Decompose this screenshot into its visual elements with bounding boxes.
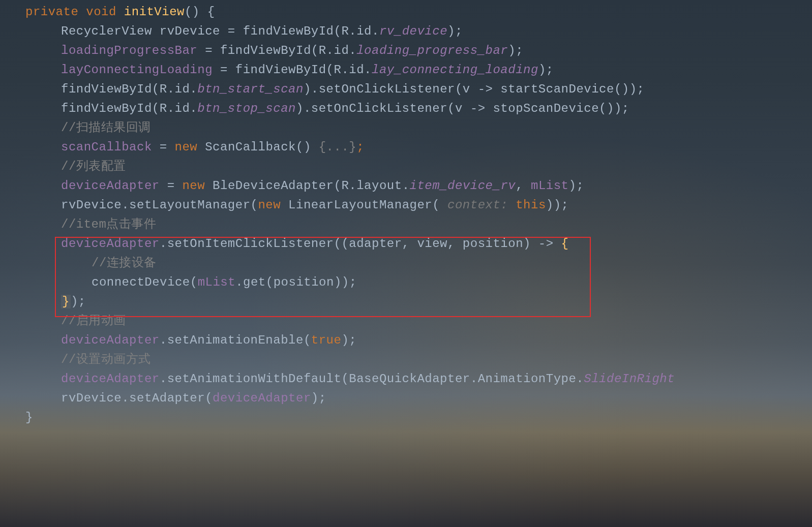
code-line: connectDevice(mList.get(position)); xyxy=(0,273,812,292)
code-line: deviceAdapter.setOnItemClickListener((ad… xyxy=(0,234,812,254)
code-line: layConnectingLoading = findViewById(R.id… xyxy=(0,60,812,80)
code-line: //列表配置 xyxy=(0,157,812,176)
code-line: deviceAdapter = new BleDeviceAdapter(R.l… xyxy=(0,176,812,196)
code-line: //扫描结果回调 xyxy=(0,118,812,138)
code-line: deviceAdapter.setAnimationWithDefault(Ba… xyxy=(0,369,812,389)
code-editor[interactable]: private void initView() { RecyclerView r… xyxy=(0,0,812,430)
code-line: //设置动画方式 xyxy=(0,350,812,369)
code-line: private void initView() { xyxy=(0,3,812,22)
code-line: findViewById(R.id.btn_start_scan).setOnC… xyxy=(0,80,812,99)
code-line: scanCallback = new ScanCallback() {...}; xyxy=(0,138,812,157)
code-line: } xyxy=(0,408,812,427)
code-line: findViewById(R.id.btn_stop_scan).setOnCl… xyxy=(0,99,812,118)
code-line: //启用动画 xyxy=(0,312,812,331)
fold-region[interactable]: {...} xyxy=(319,140,357,154)
code-line: deviceAdapter.setAnimationEnable(true); xyxy=(0,331,812,350)
code-line: //item点击事件 xyxy=(0,215,812,234)
code-line: rvDevice.setLayoutManager(new LinearLayo… xyxy=(0,196,812,215)
code-line: loadingProgressBar = findViewById(R.id.l… xyxy=(0,41,812,60)
code-line: RecyclerView rvDevice = findViewById(R.i… xyxy=(0,22,812,41)
code-line: rvDevice.setAdapter(deviceAdapter); xyxy=(0,389,812,408)
code-line: }); xyxy=(0,292,812,312)
code-line: //连接设备 xyxy=(0,254,812,273)
